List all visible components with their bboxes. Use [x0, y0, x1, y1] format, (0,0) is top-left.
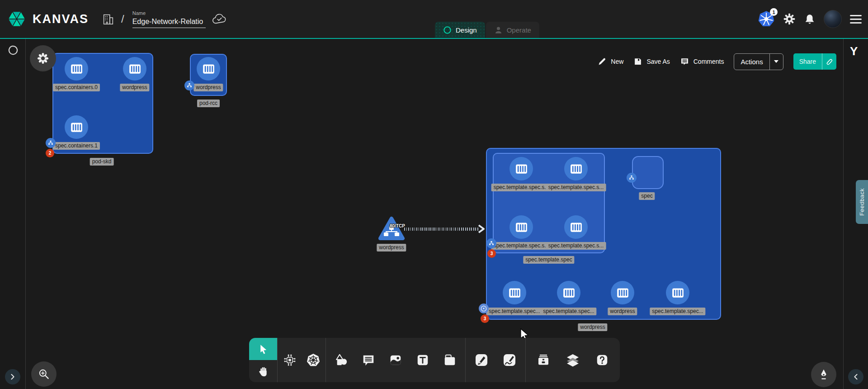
node-template-container[interactable]	[509, 215, 533, 239]
meshery-spinner-icon[interactable]	[8, 45, 19, 56]
copy-link-button[interactable]	[822, 53, 836, 70]
service-node-wordpress[interactable]	[378, 216, 405, 242]
layers-button[interactable]	[561, 348, 585, 372]
selection-tools	[249, 338, 277, 382]
chip-icon	[283, 353, 297, 367]
cursor-arrow-icon	[257, 343, 269, 355]
library-tools	[526, 338, 620, 382]
new-button[interactable]: New	[598, 57, 623, 66]
zoom-in-button[interactable]	[31, 361, 57, 387]
node-wordpress-container[interactable]	[197, 57, 220, 81]
sticky-note-tool-button[interactable]	[438, 348, 462, 372]
actions-dropdown[interactable]: Actions	[734, 53, 783, 70]
design-spiral-icon	[443, 26, 452, 34]
node-label: wordpress	[193, 84, 223, 91]
tab-operate-label: Operate	[507, 26, 531, 34]
k8s-badge-icon[interactable]	[479, 304, 489, 313]
edge-service-to-deployment[interactable]	[404, 228, 479, 231]
select-tool-button[interactable]	[249, 338, 277, 360]
node-label: spec.containers.0	[53, 84, 100, 91]
share-label: Share	[793, 53, 822, 70]
comments-button[interactable]: Comments	[680, 57, 724, 66]
hand-pan-icon	[257, 365, 269, 377]
node-label: spec.containers.1	[53, 142, 100, 150]
component-tools	[278, 338, 326, 382]
kubernetes-tool-button[interactable]	[302, 348, 325, 372]
pen-tool-button[interactable]	[470, 348, 493, 372]
pencil-new-icon	[598, 57, 607, 66]
drawer-icon	[536, 353, 551, 367]
issue-count-badge[interactable]: 3	[481, 314, 489, 323]
tab-operate[interactable]: Operate	[486, 22, 539, 38]
components-tool-button[interactable]	[278, 348, 302, 372]
kanvas-app: KANVAS / Name	[0, 0, 868, 389]
node-label: spec.template.spec...	[541, 308, 596, 315]
node-template-container[interactable]	[564, 215, 588, 239]
freehand-draw-tool-button[interactable]	[498, 348, 521, 372]
expand-right-panel-button[interactable]	[848, 369, 863, 384]
archive-drawer-button[interactable]	[532, 348, 555, 372]
canvas-action-bar: New Save As Comments Actions Share	[598, 53, 836, 70]
shapes-tool-button[interactable]	[330, 348, 353, 372]
expand-left-panel-button[interactable]	[5, 369, 20, 384]
comment-bubble-icon	[362, 353, 375, 367]
organization-icon[interactable]	[101, 12, 115, 26]
node-label: spec.template.spec.s...	[491, 242, 552, 250]
node-label: wordpress	[608, 308, 637, 315]
node-template-container[interactable]	[509, 157, 533, 180]
settings-gear-icon[interactable]	[783, 13, 796, 25]
issue-count-badge[interactable]: 2	[46, 149, 54, 157]
node-spec[interactable]	[632, 156, 664, 189]
pan-tool-button[interactable]	[249, 360, 277, 382]
feedback-tab[interactable]: Feedback	[856, 180, 868, 224]
share-button[interactable]: Share	[793, 53, 836, 70]
chevron-right-icon	[9, 374, 16, 380]
service-label: wordpress	[377, 244, 406, 251]
y-panel-icon[interactable]: Y	[850, 44, 858, 58]
pod-badge-icon[interactable]	[627, 173, 637, 183]
caret-down-icon	[774, 60, 779, 63]
ink-pen-button[interactable]	[811, 362, 836, 387]
node-template-container[interactable]	[557, 281, 580, 304]
node-template-container[interactable]	[666, 281, 689, 304]
notifications-bell-icon[interactable]	[804, 13, 816, 25]
group-label-pod-skd: pod-skd	[90, 158, 114, 166]
header-right: 1	[758, 0, 862, 38]
image-tool-button[interactable]	[384, 348, 407, 372]
actions-caret-button[interactable]	[769, 54, 783, 70]
text-tool-button[interactable]	[411, 348, 434, 372]
tab-design-label: Design	[456, 26, 477, 34]
node-wordpress-container[interactable]	[611, 281, 634, 304]
tab-design[interactable]: Design	[435, 22, 485, 38]
magnifier-plus-icon	[38, 368, 50, 380]
drawing-tools	[466, 338, 525, 382]
mode-tabs: Design Operate	[435, 22, 539, 38]
group-flower-button[interactable]	[30, 45, 56, 71]
node-spec-containers-1[interactable]	[65, 115, 88, 139]
node-label: spec.template.spec.s...	[546, 242, 606, 250]
feedback-label: Feedback	[859, 188, 865, 216]
help-button[interactable]	[590, 348, 614, 372]
kanvas-logo-icon[interactable]	[7, 9, 26, 28]
node-wordpress-container[interactable]	[123, 57, 146, 81]
k8s-context-count-badge: 1	[770, 8, 778, 16]
design-name-input[interactable]	[132, 17, 206, 28]
k8s-context-switcher[interactable]: 1	[758, 10, 775, 28]
pod-badge-icon[interactable]	[486, 238, 496, 248]
node-label: spec.template.spec.s...	[491, 184, 552, 191]
layers-icon	[566, 353, 580, 367]
issue-count-badge[interactable]: 3	[487, 249, 496, 258]
group-label-wordpress: wordpress	[578, 323, 607, 331]
left-sidebar-strip	[0, 39, 26, 389]
node-template-container[interactable]	[503, 281, 526, 304]
comment-tool-button[interactable]	[357, 348, 380, 372]
node-spec-containers-0[interactable]	[65, 57, 88, 81]
user-avatar[interactable]	[824, 10, 842, 28]
menu-hamburger-icon[interactable]	[850, 15, 862, 24]
image-icon	[389, 353, 402, 367]
pod-badge-icon[interactable]	[184, 81, 194, 90]
pod-badge-icon[interactable]	[46, 138, 56, 148]
group-label-pod-rcc: pod-rcc	[197, 100, 220, 107]
node-template-container[interactable]	[564, 157, 588, 180]
save-as-button[interactable]: Save As	[633, 57, 670, 66]
